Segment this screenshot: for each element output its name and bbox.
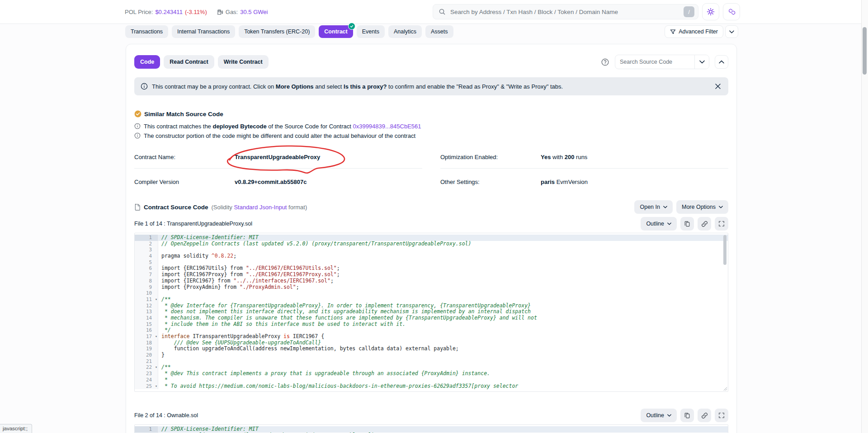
tab-token-transfers-erc-20[interactable]: Token Transfers (ERC-20) bbox=[239, 25, 315, 38]
code-line: 4pragma solidity ^0.8.22; bbox=[135, 253, 728, 259]
polygonscan-logo-button[interactable] bbox=[723, 3, 740, 20]
tab-assets[interactable]: Assets bbox=[425, 25, 453, 38]
code-text: * does not implement this interface dire… bbox=[158, 309, 531, 315]
chevron-up-icon bbox=[719, 60, 724, 64]
code-text: * @dev Interface for {TransparentUpgrade… bbox=[158, 303, 531, 309]
code-text: // SPDX-License-Identifier: MIT bbox=[158, 235, 259, 241]
code-text: * mechanism. The compiler is unaware tha… bbox=[158, 315, 537, 321]
pol-price-label: POL Price: bbox=[125, 9, 153, 15]
code-line: 22▾/** bbox=[135, 364, 728, 371]
copy-icon[interactable] bbox=[680, 217, 694, 231]
permalink-icon[interactable] bbox=[698, 409, 711, 422]
search-input[interactable] bbox=[449, 8, 684, 16]
code-text: /** bbox=[158, 364, 171, 371]
code-line: 13 * does not implement this interface d… bbox=[135, 309, 728, 315]
line-number: 7 bbox=[135, 272, 158, 278]
sun-icon bbox=[707, 8, 715, 16]
contract-subnav: CodeRead ContractWrite Contract bbox=[134, 55, 728, 69]
fold-arrow-icon[interactable]: ▾ bbox=[155, 364, 157, 371]
advanced-filter-button[interactable]: Advanced Filter bbox=[665, 25, 723, 38]
tab-transactions[interactable]: Transactions bbox=[125, 25, 168, 38]
code-text bbox=[158, 358, 161, 365]
line-number: 24 bbox=[135, 377, 158, 383]
optimization-label: Optimization Enabled: bbox=[440, 154, 541, 160]
line-number: 20 bbox=[135, 352, 158, 358]
contract-nav-read-contract[interactable]: Read Contract bbox=[164, 55, 214, 69]
line-number: 15 bbox=[135, 321, 158, 328]
file-1-title: File 1 of 14 : TransparentUpgradeablePro… bbox=[134, 221, 252, 227]
line-number: 2 bbox=[135, 241, 158, 247]
code-line: 24 * bbox=[135, 377, 728, 383]
fold-arrow-icon[interactable]: ▾ bbox=[155, 383, 157, 390]
advanced-filter-dropdown-button[interactable] bbox=[725, 25, 738, 38]
code-text: function upgradeToAndCall(address newImp… bbox=[158, 346, 459, 352]
tab-events[interactable]: Events bbox=[357, 25, 385, 38]
page-scrollbar[interactable] bbox=[861, 0, 868, 433]
code-text: /// @dev See {UUPSUpgradeable-upgradeToA… bbox=[158, 340, 321, 346]
search-next-match-button[interactable] bbox=[694, 55, 709, 69]
pol-price-change: (-3.11%) bbox=[185, 9, 207, 15]
source-code-header: Contract Source Code (Solidity Standard … bbox=[134, 200, 728, 214]
line-number: 23 bbox=[135, 371, 158, 377]
tab-contract[interactable]: Contract bbox=[319, 25, 353, 38]
expand-icon[interactable] bbox=[715, 409, 728, 422]
close-icon[interactable] bbox=[714, 82, 722, 90]
resize-handle[interactable] bbox=[722, 386, 727, 391]
help-icon[interactable] bbox=[601, 58, 609, 66]
contract-name-value: TransparentUpgradeableProxy bbox=[235, 154, 320, 160]
fold-arrow-icon[interactable]: ▾ bbox=[155, 297, 157, 303]
code-text: import {IERC1967} from "../../interfaces… bbox=[158, 278, 334, 284]
search-source-code-input[interactable] bbox=[615, 59, 694, 65]
chevron-down-icon bbox=[667, 222, 671, 225]
tab-analytics[interactable]: Analytics bbox=[388, 25, 422, 38]
chevron-down-icon bbox=[729, 30, 734, 33]
code-editor-file-2[interactable]: 1// SPDX-License-Identifier: MIT2// Open… bbox=[134, 424, 728, 433]
fold-arrow-icon[interactable]: ▾ bbox=[155, 334, 157, 340]
code-line: 21 bbox=[135, 358, 728, 365]
code-text: } bbox=[158, 352, 165, 358]
gas-value[interactable]: 30.5 GWei bbox=[240, 9, 268, 15]
chevron-down-icon bbox=[667, 414, 671, 417]
collapse-section-button[interactable] bbox=[715, 55, 728, 69]
expand-icon[interactable] bbox=[715, 217, 728, 231]
outline-button[interactable]: Outline bbox=[641, 409, 677, 422]
proxy-notice-banner: This contract may be a proxy contract. C… bbox=[134, 77, 728, 95]
line-number: 18 bbox=[135, 340, 158, 346]
code-line: 14 * mechanism. The compiler is unaware … bbox=[135, 315, 728, 321]
line-number: 3 bbox=[135, 247, 158, 253]
global-search[interactable]: / bbox=[433, 4, 698, 19]
code-line: 25▾ * To avoid https://medium.com/nomic-… bbox=[135, 383, 728, 390]
file-2-title: File 2 of 14 : Ownable.sol bbox=[134, 412, 198, 419]
contract-nav-code[interactable]: Code bbox=[134, 55, 160, 69]
proxy-notice-text: This contract may be a proxy contract. C… bbox=[152, 83, 710, 90]
code-text: interface ITransparentUpgradeableProxy i… bbox=[158, 334, 324, 340]
polygon-logo-icon bbox=[727, 7, 736, 16]
code-text: * bbox=[158, 377, 168, 383]
code-line: 8import {IERC1967} from "../../interface… bbox=[135, 278, 728, 284]
json-input-format-link[interactable]: Standard Json-Input bbox=[234, 204, 287, 211]
line-number: 19 bbox=[135, 346, 158, 352]
contract-nav-write-contract[interactable]: Write Contract bbox=[218, 55, 269, 69]
line-number: 6 bbox=[135, 265, 158, 272]
optimization-value: Yes with 200 runs bbox=[541, 154, 587, 160]
tab-internal-transactions[interactable]: Internal Transactions bbox=[172, 25, 235, 38]
metadata-right-column: Optimization Enabled: Yes with 200 runs … bbox=[440, 153, 728, 185]
line-number: 8 bbox=[135, 278, 158, 284]
info-icon bbox=[134, 123, 141, 129]
matched-contract-link[interactable]: 0x39994839...845CbE561 bbox=[353, 123, 421, 130]
permalink-icon[interactable] bbox=[698, 217, 711, 231]
more-options-button[interactable]: More Options bbox=[676, 200, 728, 214]
code-line: 1// SPDX-License-Identifier: MIT bbox=[135, 426, 728, 433]
pol-price-value[interactable]: $0.243411 bbox=[155, 9, 183, 15]
open-in-button[interactable]: Open In bbox=[634, 200, 672, 214]
line-number: 13 bbox=[135, 309, 158, 315]
divider bbox=[134, 168, 422, 169]
contract-metadata: Contract Name: TransparentUpgradeablePro… bbox=[134, 153, 728, 185]
code-scrollbar-thumb[interactable] bbox=[723, 235, 726, 265]
copy-icon[interactable] bbox=[680, 409, 694, 422]
theme-toggle-button[interactable] bbox=[702, 3, 719, 20]
code-editor-file-1[interactable]: 1// SPDX-License-Identifier: MIT2// Open… bbox=[134, 233, 728, 392]
outline-button[interactable]: Outline bbox=[641, 217, 677, 231]
page-scrollbar-thumb[interactable] bbox=[863, 27, 867, 75]
code-text: * To avoid https://medium.com/nomic-labs… bbox=[158, 383, 518, 390]
